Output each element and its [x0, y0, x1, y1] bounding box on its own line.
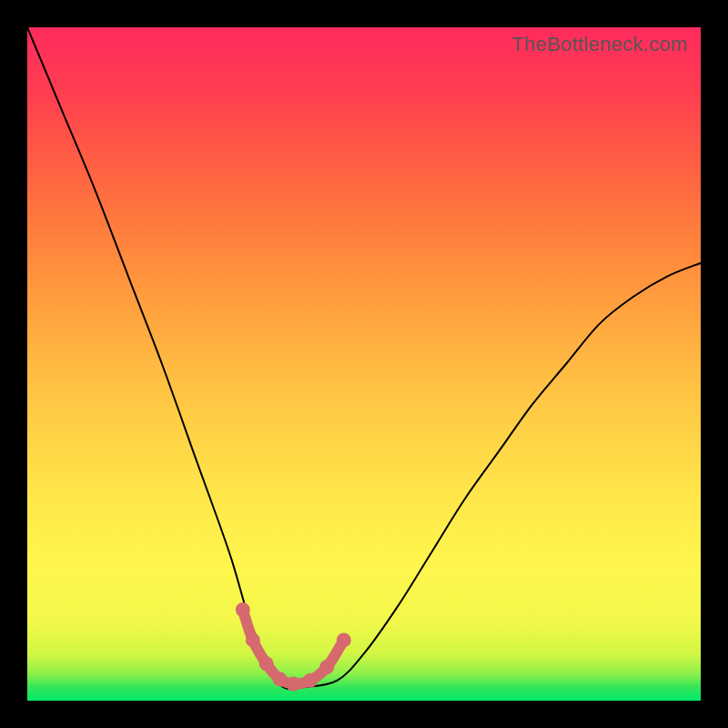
- plot-area: TheBottleneck.com: [27, 27, 701, 701]
- highlight-dot: [319, 660, 334, 674]
- highlight-dot: [259, 656, 274, 671]
- highlight-dot: [273, 672, 288, 686]
- highlight-dot: [337, 632, 351, 647]
- highlight-dot: [246, 632, 260, 647]
- highlight-dot: [236, 602, 250, 617]
- curve-svg: [27, 27, 701, 701]
- bottleneck-curve-path: [27, 27, 701, 689]
- highlight-dot: [286, 677, 300, 692]
- highlight-dot: [303, 673, 318, 688]
- chart-frame: TheBottleneck.com: [0, 0, 728, 728]
